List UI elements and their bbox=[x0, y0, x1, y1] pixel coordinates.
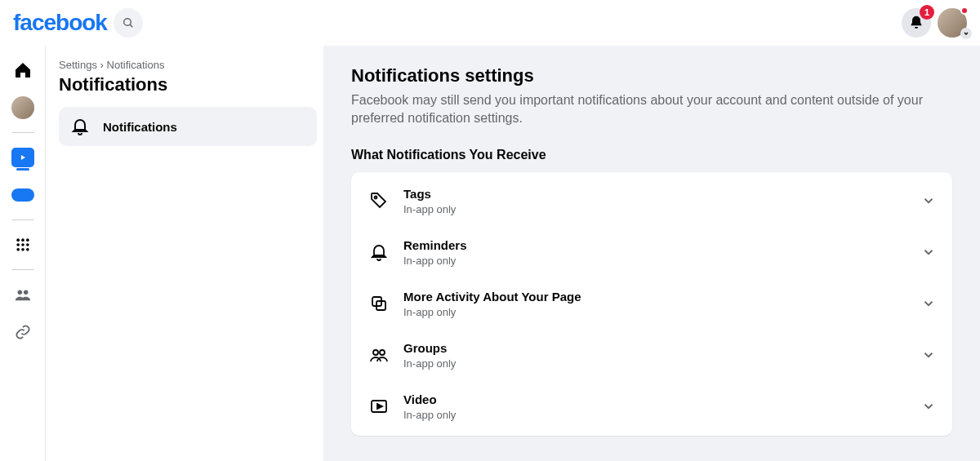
row-text: Groups In-app only bbox=[403, 341, 908, 370]
rail-divider bbox=[11, 132, 34, 133]
rail-watch[interactable] bbox=[8, 143, 38, 172]
row-text: Video In-app only bbox=[403, 392, 908, 421]
account-menu-button[interactable] bbox=[938, 8, 967, 38]
gaming-icon bbox=[11, 188, 34, 202]
link-icon bbox=[15, 324, 31, 340]
row-tags[interactable]: Tags In-app only bbox=[351, 175, 952, 227]
row-title: Video bbox=[403, 392, 908, 407]
header-left: facebook bbox=[13, 8, 143, 38]
chevron-down-icon bbox=[963, 30, 969, 37]
notifications-button[interactable]: 1 bbox=[902, 8, 931, 38]
row-title: More Activity About Your Page bbox=[403, 290, 908, 304]
row-video[interactable]: Video In-app only bbox=[351, 381, 952, 432]
rail-link[interactable] bbox=[8, 317, 38, 347]
row-groups[interactable]: Groups In-app only bbox=[351, 330, 952, 381]
chevron-down-icon bbox=[921, 399, 936, 414]
svg-point-4 bbox=[21, 238, 24, 242]
svg-point-10 bbox=[21, 248, 24, 251]
svg-point-6 bbox=[16, 243, 20, 246]
chevron-down-icon bbox=[921, 193, 936, 208]
chevron-down-icon bbox=[921, 245, 936, 259]
svg-point-7 bbox=[21, 243, 24, 246]
svg-point-3 bbox=[16, 238, 20, 242]
facebook-logo[interactable]: facebook bbox=[13, 10, 107, 36]
rail-divider bbox=[11, 219, 34, 220]
grid-icon bbox=[15, 237, 31, 253]
main-description: Facebook may still send you important no… bbox=[351, 91, 939, 128]
svg-point-14 bbox=[375, 197, 377, 199]
settings-panel: Settings › Notifications Notifications N… bbox=[46, 46, 323, 461]
pages-icon bbox=[368, 292, 390, 315]
row-title: Tags bbox=[403, 187, 908, 202]
rail-groups[interactable] bbox=[8, 280, 38, 309]
body-wrap: Settings › Notifications Notifications N… bbox=[0, 46, 980, 461]
svg-marker-2 bbox=[20, 155, 24, 160]
row-sub: In-app only bbox=[403, 409, 908, 421]
main-title: Notifications settings bbox=[351, 65, 952, 86]
section-title: What Notifications You Receive bbox=[351, 148, 952, 162]
svg-line-1 bbox=[130, 24, 132, 27]
watch-icon bbox=[11, 148, 34, 167]
account-chevron bbox=[960, 28, 972, 39]
row-reminders[interactable]: Reminders In-app only bbox=[351, 227, 952, 278]
row-text: Reminders In-app only bbox=[403, 238, 908, 267]
breadcrumb-parent[interactable]: Settings bbox=[59, 59, 97, 71]
svg-point-11 bbox=[26, 248, 29, 251]
svg-point-18 bbox=[380, 350, 385, 355]
rail-menu[interactable] bbox=[8, 230, 38, 259]
svg-point-8 bbox=[26, 243, 29, 246]
row-sub: In-app only bbox=[403, 255, 908, 267]
groups-icon bbox=[14, 286, 32, 304]
svg-point-5 bbox=[26, 238, 29, 242]
nav-item-notifications[interactable]: Notifications bbox=[59, 107, 317, 146]
panel-title: Notifications bbox=[59, 74, 317, 95]
top-header: facebook 1 bbox=[0, 0, 980, 46]
tag-icon bbox=[368, 189, 390, 212]
rail-divider bbox=[11, 269, 34, 270]
search-icon bbox=[122, 16, 135, 29]
svg-marker-20 bbox=[377, 404, 382, 409]
icon-rail bbox=[0, 46, 46, 461]
chevron-down-icon bbox=[921, 348, 936, 362]
groups-icon bbox=[368, 344, 390, 366]
svg-point-17 bbox=[373, 350, 378, 355]
breadcrumb-current: Notifications bbox=[107, 59, 165, 71]
search-button[interactable] bbox=[114, 8, 143, 38]
bell-icon bbox=[368, 241, 390, 264]
row-text: Tags In-app only bbox=[403, 187, 908, 215]
notification-badge: 1 bbox=[920, 5, 934, 20]
svg-point-0 bbox=[124, 19, 131, 26]
header-right: 1 bbox=[902, 8, 967, 38]
bell-icon bbox=[69, 115, 91, 138]
row-text: More Activity About Your Page In-app onl… bbox=[403, 290, 908, 318]
breadcrumb[interactable]: Settings › Notifications bbox=[59, 59, 317, 71]
breadcrumb-sep: › bbox=[100, 59, 104, 71]
svg-point-13 bbox=[23, 290, 27, 295]
row-sub: In-app only bbox=[403, 306, 908, 318]
home-icon bbox=[13, 60, 33, 80]
avatar-icon bbox=[11, 96, 34, 119]
row-page-activity[interactable]: More Activity About Your Page In-app onl… bbox=[351, 278, 952, 330]
nav-item-label: Notifications bbox=[103, 120, 177, 134]
chevron-down-icon bbox=[921, 296, 936, 311]
rail-gaming[interactable] bbox=[8, 180, 38, 210]
notifications-card: Tags In-app only Reminders In-app only bbox=[351, 172, 952, 436]
rail-home[interactable] bbox=[8, 55, 38, 85]
main-content: Notifications settings Facebook may stil… bbox=[323, 46, 980, 461]
row-title: Groups bbox=[403, 341, 908, 356]
svg-point-12 bbox=[17, 290, 21, 295]
video-icon bbox=[368, 395, 390, 418]
row-sub: In-app only bbox=[403, 203, 908, 215]
row-sub: In-app only bbox=[403, 357, 908, 370]
status-dot bbox=[960, 7, 969, 15]
svg-point-9 bbox=[16, 248, 20, 251]
rail-profile[interactable] bbox=[8, 93, 38, 122]
row-title: Reminders bbox=[403, 238, 908, 253]
